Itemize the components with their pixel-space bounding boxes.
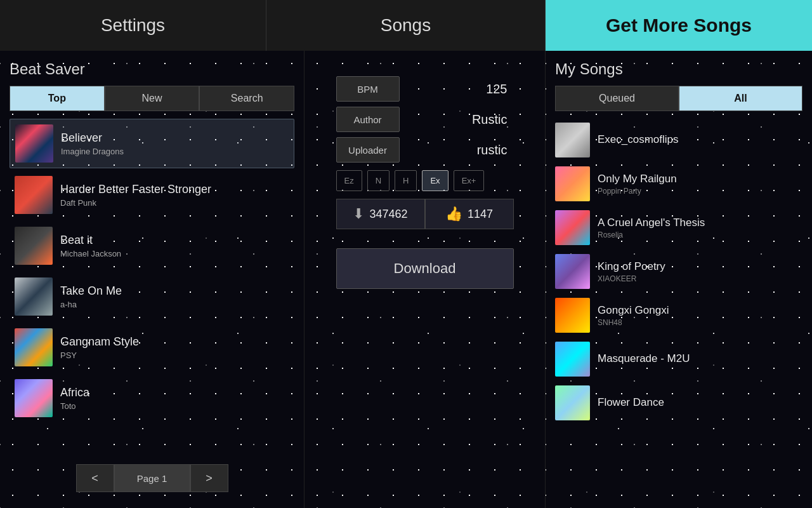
left-panel: Beat Saver Top New Search Believer Imagi… [0,51,304,508]
song-info: Believer Imagine Dragons [61,131,289,156]
list-item[interactable]: Flower Dance [555,382,802,424]
download-icon: ⬇ [353,206,364,222]
song-title: Exec_cosmoflips [598,133,802,146]
main-content: Beat Saver Top New Search Believer Imagi… [0,51,812,508]
header-get-more[interactable]: Get More Songs [546,0,812,51]
difficulty-n[interactable]: N [367,170,390,191]
song-subtitle: XIAOKEER [598,274,802,283]
song-title: Take On Me [60,284,289,298]
song-thumbnail [555,123,590,157]
bpm-row: BPM 125 [336,76,514,102]
song-info: Africa Toto [60,386,289,411]
difficulty-row: Ez N H Ex Ex+ [336,170,514,191]
song-info: Only My Railgun Poppin Party [598,173,802,196]
like-count: 1147 [468,208,493,221]
song-thumbnail [15,277,53,316]
song-artist: Michael Jackson [60,249,289,258]
tab-queued[interactable]: Queued [555,86,679,111]
song-info: Exec_cosmoflips [598,133,802,147]
song-title: Only My Railgun [598,173,802,185]
song-title: King of Poetry [598,260,802,273]
song-artist: Toto [60,401,289,411]
difficulty-ez[interactable]: Ez [336,170,362,191]
song-info: Flower Dance [598,396,802,410]
uploader-row: Uploader rustic [336,137,514,163]
song-title: Believer [61,131,289,145]
like-icon: 👍 [445,206,462,222]
my-songs-list: Exec_cosmoflips Only My Railgun Poppin P… [555,119,802,498]
song-subtitle: SNH48 [598,318,802,327]
song-info: Beat it Michael Jackson [60,234,289,258]
bpm-value: 125 [400,82,514,97]
song-title: A Cruel Angel's Thesis [598,217,802,229]
my-songs-tab-bar: Queued All [555,86,802,111]
song-artist: Daft Punk [60,198,289,208]
beat-saver-title: Beat Saver [10,60,294,78]
song-subtitle: Roselia [598,231,802,239]
song-title: Africa [60,386,289,399]
header-songs: Songs [266,0,546,51]
like-stat: 👍 1147 [425,199,514,229]
list-item[interactable]: Believer Imagine Dragons [10,119,294,168]
list-item[interactable]: Take On Me a-ha [10,272,294,321]
uploader-label: Uploader [336,137,400,163]
list-item[interactable]: Exec_cosmoflips [555,119,802,161]
song-thumbnail [15,379,53,417]
song-info: Take On Me a-ha [60,284,289,309]
song-info: A Cruel Angel's Thesis Roselia [598,217,802,239]
author-label: Author [336,107,400,132]
header: Settings Songs Get More Songs [0,0,812,51]
middle-panel: BPM 125 Author Rustic Uploader rustic Ez… [304,51,546,508]
song-thumbnail [555,210,590,245]
prev-page-button[interactable]: < [76,464,114,492]
list-item[interactable]: Harder Better Faster Stronger Daft Punk [10,171,294,219]
song-artist: PSY [60,351,289,360]
header-settings: Settings [0,0,266,51]
list-item[interactable]: Beat it Michael Jackson [10,222,294,270]
list-item[interactable]: Gangnam Style PSY [10,323,294,371]
song-details: BPM 125 Author Rustic Uploader rustic Ez… [336,76,514,289]
list-item[interactable]: Masquerade - M2U [555,338,802,380]
list-item[interactable]: Africa Toto [10,374,294,422]
next-page-button[interactable]: > [190,464,228,492]
song-title: Flower Dance [598,396,802,409]
song-thumbnail [15,176,53,214]
song-thumbnail [555,298,590,333]
tab-top[interactable]: Top [10,86,105,111]
song-thumbnail [555,166,590,201]
uploader-value: rustic [400,143,514,157]
difficulty-h[interactable]: H [395,170,417,191]
song-title: Gongxi Gongxi [598,304,802,317]
difficulty-ex[interactable]: Ex [422,170,448,191]
song-thumbnail [15,227,53,265]
list-item[interactable]: King of Poetry XIAOKEER [555,250,802,293]
list-item[interactable]: Gongxi Gongxi SNH48 [555,294,802,337]
app-container: Settings Songs Get More Songs Beat Saver… [0,0,812,508]
tab-bar: Top New Search [10,86,294,111]
list-item[interactable]: A Cruel Angel's Thesis Roselia [555,206,802,249]
song-info: King of Poetry XIAOKEER [598,260,802,283]
list-item[interactable]: Only My Railgun Poppin Party [555,163,802,205]
tab-new[interactable]: New [105,86,200,111]
author-row: Author Rustic [336,107,514,132]
get-more-title: Get More Songs [606,15,752,36]
song-artist: Imagine Dragons [61,147,289,156]
song-thumbnail [15,124,53,163]
songs-title: Songs [381,15,431,36]
song-title: Gangnam Style [60,335,289,349]
song-thumbnail [555,342,590,377]
stats-row: ⬇ 347462 👍 1147 [336,199,514,229]
tab-search[interactable]: Search [199,86,294,111]
download-button[interactable]: Download [336,248,514,289]
bpm-label: BPM [336,76,400,102]
song-title: Harder Better Faster Stronger [60,183,289,196]
song-info: Gongxi Gongxi SNH48 [598,304,802,327]
song-title: Beat it [60,234,289,247]
difficulty-ex-plus[interactable]: Ex+ [454,170,485,191]
author-value: Rustic [400,112,514,127]
settings-title: Settings [101,15,165,36]
song-title: Masquerade - M2U [598,352,802,365]
tab-all[interactable]: All [679,86,802,111]
song-info: Gangnam Style PSY [60,335,289,360]
song-thumbnail [15,328,53,366]
